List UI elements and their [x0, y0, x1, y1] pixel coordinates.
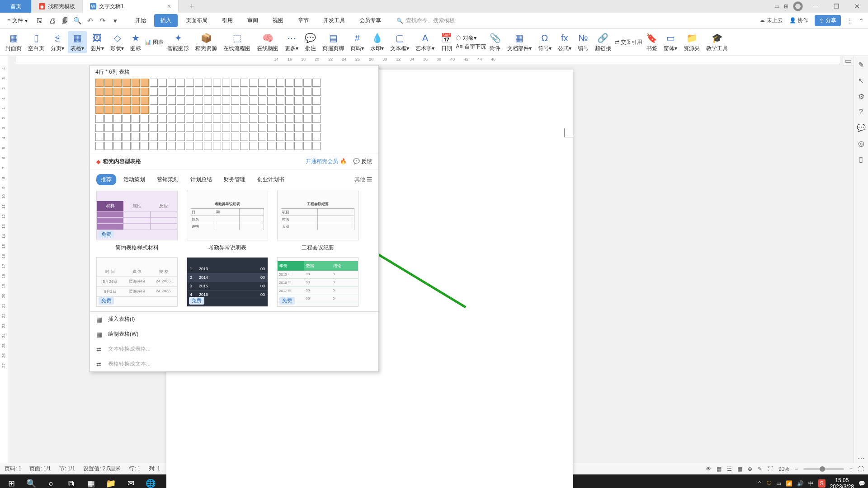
category-0[interactable]: 推荐 [96, 174, 116, 185]
grid-cell[interactable] [267, 88, 275, 96]
grid-cell[interactable] [204, 124, 212, 132]
grid-cell[interactable] [168, 106, 176, 114]
grid-cell[interactable] [150, 106, 158, 114]
category-3[interactable]: 计划总结 [186, 174, 217, 185]
grid-cell[interactable] [195, 79, 203, 87]
grid-cell[interactable] [104, 106, 113, 114]
grid-cell[interactable] [177, 142, 185, 150]
grid-cell[interactable] [177, 88, 185, 96]
grid-cell[interactable] [267, 106, 275, 114]
grid-cell[interactable] [159, 79, 167, 87]
grid-cell[interactable] [240, 79, 248, 87]
grid-cell[interactable] [113, 79, 122, 87]
grid-cell[interactable] [267, 79, 275, 87]
grid-cell[interactable] [195, 133, 203, 141]
grid-cell[interactable] [222, 97, 230, 105]
grid-cell[interactable] [240, 142, 248, 150]
grid-cell[interactable] [222, 115, 230, 123]
grid-cell[interactable] [113, 97, 122, 105]
grid-cell[interactable] [285, 115, 293, 123]
grid-cell[interactable] [104, 79, 113, 87]
grid-cell[interactable] [294, 133, 302, 141]
grid-cell[interactable] [123, 79, 131, 87]
grid-cell[interactable] [303, 142, 311, 150]
grid-cell[interactable] [104, 133, 113, 141]
grid-cell[interactable] [141, 133, 149, 141]
grid-cell[interactable] [168, 115, 176, 123]
grid-cell[interactable] [104, 88, 113, 96]
grid-cell[interactable] [240, 115, 248, 123]
grid-cell[interactable] [222, 106, 230, 114]
grid-cell[interactable] [186, 124, 194, 132]
grid-cell[interactable] [159, 115, 167, 123]
grid-cell[interactable] [132, 142, 140, 150]
grid-cell[interactable] [285, 142, 293, 150]
grid-cell[interactable] [312, 142, 321, 150]
grid-cell[interactable] [168, 79, 176, 87]
grid-cell[interactable] [258, 88, 266, 96]
grid-cell[interactable] [294, 106, 302, 114]
grid-cell[interactable] [204, 88, 212, 96]
grid-cell[interactable] [276, 88, 284, 96]
grid-cell[interactable] [213, 106, 221, 114]
grid-cell[interactable] [303, 133, 311, 141]
grid-cell[interactable] [168, 142, 176, 150]
grid-cell[interactable] [213, 133, 221, 141]
template-6[interactable]: 年份数据结论2015 年0002016 年0002017 年0002017 年0… [277, 257, 359, 307]
grid-cell[interactable] [95, 88, 104, 96]
grid-cell[interactable] [104, 124, 113, 132]
grid-cell[interactable] [159, 133, 167, 141]
grid-cell[interactable] [213, 97, 221, 105]
grid-cell[interactable] [303, 106, 311, 114]
grid-cell[interactable] [213, 115, 221, 123]
grid-cell[interactable] [249, 79, 257, 87]
grid-cell[interactable] [276, 142, 284, 150]
grid-cell[interactable] [195, 124, 203, 132]
grid-cell[interactable] [258, 79, 266, 87]
grid-cell[interactable] [95, 97, 104, 105]
grid-cell[interactable] [95, 124, 104, 132]
grid-cell[interactable] [303, 79, 311, 87]
grid-cell[interactable] [258, 115, 266, 123]
grid-cell[interactable] [113, 142, 122, 150]
grid-cell[interactable] [95, 133, 104, 141]
grid-cell[interactable] [312, 97, 321, 105]
grid-cell[interactable] [312, 106, 321, 114]
grid-cell[interactable] [303, 115, 311, 123]
grid-cell[interactable] [159, 106, 167, 114]
grid-cell[interactable] [303, 124, 311, 132]
grid-cell[interactable] [150, 88, 158, 96]
grid-cell[interactable] [95, 115, 104, 123]
grid-cell[interactable] [204, 115, 212, 123]
grid-cell[interactable] [141, 115, 149, 123]
grid-cell[interactable] [168, 124, 176, 132]
grid-cell[interactable] [222, 133, 230, 141]
grid-cell[interactable] [231, 88, 239, 96]
grid-cell[interactable] [177, 79, 185, 87]
grid-cell[interactable] [177, 106, 185, 114]
grid-cell[interactable] [168, 88, 176, 96]
grid-cell[interactable] [204, 97, 212, 105]
grid-cell[interactable] [177, 124, 185, 132]
grid-cell[interactable] [267, 142, 275, 150]
grid-cell[interactable] [177, 115, 185, 123]
grid-cell[interactable] [312, 133, 321, 141]
grid-cell[interactable] [303, 97, 311, 105]
grid-cell[interactable] [240, 133, 248, 141]
grid-cell[interactable] [213, 79, 221, 87]
grid-cell[interactable] [249, 115, 257, 123]
grid-cell[interactable] [249, 142, 257, 150]
grid-cell[interactable] [113, 124, 122, 132]
grid-cell[interactable] [312, 124, 321, 132]
grid-cell[interactable] [95, 142, 104, 150]
grid-cell[interactable] [267, 133, 275, 141]
grid-cell[interactable] [150, 133, 158, 141]
grid-cell[interactable] [276, 124, 284, 132]
grid-cell[interactable] [267, 115, 275, 123]
grid-cell[interactable] [104, 115, 113, 123]
grid-cell[interactable] [231, 115, 239, 123]
grid-cell[interactable] [240, 88, 248, 96]
grid-cell[interactable] [240, 124, 248, 132]
grid-cell[interactable] [123, 124, 131, 132]
grid-cell[interactable] [249, 88, 257, 96]
